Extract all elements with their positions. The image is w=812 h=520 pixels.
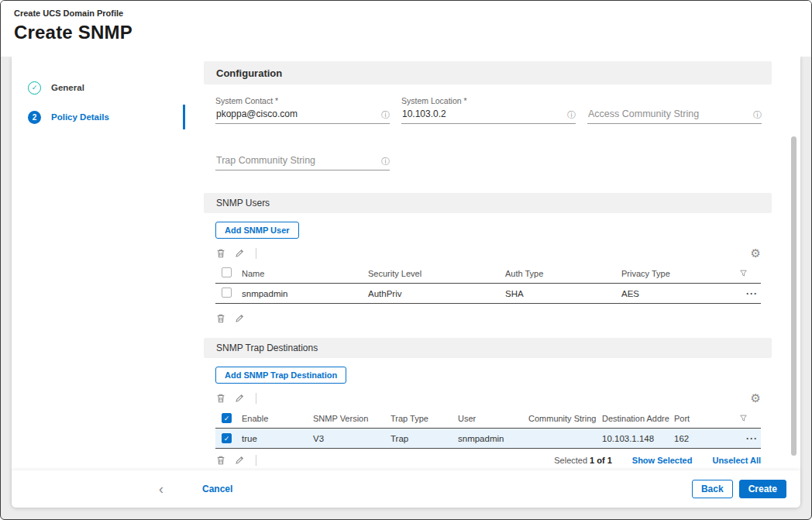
- column-header[interactable]: Port: [674, 414, 729, 423]
- show-selected-link[interactable]: Show Selected: [632, 456, 693, 465]
- info-icon[interactable]: ⓘ: [381, 157, 390, 166]
- access-community-input[interactable]: [587, 106, 762, 124]
- add-snmp-trap-destination-button[interactable]: Add SNMP Trap Destination: [215, 367, 346, 384]
- cell-name: snmpadmin: [242, 289, 368, 298]
- row-actions-icon[interactable]: ···: [746, 433, 758, 444]
- filter-icon[interactable]: [739, 269, 758, 277]
- column-header[interactable]: Privacy Type: [621, 269, 729, 278]
- empty-label: [215, 142, 390, 153]
- check-circle-icon: ✓: [28, 81, 41, 95]
- step-label: General: [51, 83, 84, 92]
- access-community-field: ⓘ: [587, 95, 762, 125]
- traps-table-header: Enable SNMP Version Trap Type User Commu…: [215, 408, 761, 429]
- select-all-checkbox[interactable]: [222, 267, 232, 277]
- cell-trap-type: Trap: [391, 434, 458, 443]
- table-row[interactable]: true V3 Trap snmpadmin 10.103.1.148 162 …: [215, 429, 761, 449]
- column-header[interactable]: User: [458, 414, 528, 423]
- create-snmp-window: Create UCS Domain Profile Create SNMP ✓ …: [0, 0, 812, 520]
- sidebar-step-general[interactable]: ✓ General: [12, 73, 185, 102]
- system-location-field: System Location * ⓘ: [401, 95, 576, 125]
- cell-auth-type: SHA: [505, 289, 621, 298]
- system-contact-field: System Contact * ⓘ: [215, 95, 390, 125]
- trap-community-field: ⓘ: [215, 142, 390, 171]
- system-contact-label: System Contact *: [215, 95, 390, 106]
- wizard-card: ✓ General 2 Policy Details Configuration…: [12, 57, 800, 508]
- column-header[interactable]: Enable: [242, 414, 313, 423]
- column-header[interactable]: Name: [242, 269, 368, 278]
- system-location-label: System Location *: [401, 95, 576, 106]
- snmp-users-table: ⚙ Name Security Level Auth Type Privacy …: [215, 243, 761, 329]
- info-icon[interactable]: ⓘ: [567, 111, 576, 119]
- column-header[interactable]: Security Level: [368, 269, 505, 278]
- column-header[interactable]: Destination Addre: [602, 414, 674, 423]
- selected-prefix: Selected: [554, 456, 587, 465]
- snmp-traps-table: ⚙ Enable SNMP Version Trap Type User Com…: [215, 388, 761, 470]
- row-actions-icon[interactable]: ···: [746, 288, 758, 299]
- delete-icon[interactable]: [215, 393, 234, 404]
- trap-community-input[interactable]: [215, 153, 390, 170]
- step-number-badge: 2: [28, 111, 41, 124]
- users-table-footer-toolbar: [215, 308, 761, 329]
- check-icon: ✓: [32, 84, 38, 91]
- column-header[interactable]: SNMP Version: [313, 414, 391, 423]
- filter-icon[interactable]: [739, 414, 758, 422]
- traps-table-toolbar: ⚙: [215, 388, 761, 408]
- cell-user: snmpadmin: [458, 434, 528, 443]
- toolbar-divider: [256, 248, 256, 259]
- column-header[interactable]: Community String: [528, 414, 602, 423]
- selected-count-label: Selected1 of 1: [554, 456, 612, 465]
- snmp-users-section-header: SNMP Users: [204, 193, 772, 213]
- system-location-input[interactable]: [401, 106, 576, 124]
- page-header: Create UCS Domain Profile Create SNMP: [1, 1, 811, 57]
- page-title: Create SNMP: [14, 22, 811, 43]
- edit-icon[interactable]: [234, 248, 253, 259]
- selected-count: 1 of 1: [590, 456, 612, 465]
- empty-label: [587, 95, 762, 106]
- toolbar-divider: [256, 455, 256, 466]
- sidebar-step-policy-details[interactable]: 2 Policy Details: [12, 102, 185, 132]
- users-table-header: Name Security Level Auth Type Privacy Ty…: [215, 263, 761, 284]
- cell-destination-address: 10.103.1.148: [602, 434, 674, 443]
- wizard-sidebar: ✓ General 2 Policy Details: [12, 57, 185, 470]
- wizard-action-bar: ‹ Cancel Back Create: [12, 470, 800, 508]
- configuration-section-header: Configuration: [204, 61, 772, 84]
- back-button[interactable]: Back: [692, 480, 733, 498]
- system-contact-input[interactable]: [215, 106, 390, 124]
- delete-icon[interactable]: [215, 248, 234, 259]
- cell-security-level: AuthPriv: [368, 289, 505, 298]
- step-label: Policy Details: [51, 112, 109, 122]
- cell-enable: true: [242, 434, 313, 443]
- add-snmp-user-button[interactable]: Add SNMP User: [215, 222, 299, 239]
- breadcrumb: Create UCS Domain Profile: [14, 9, 811, 18]
- edit-icon[interactable]: [234, 393, 253, 404]
- info-icon[interactable]: ⓘ: [753, 111, 762, 119]
- cell-snmp-version: V3: [313, 434, 391, 443]
- table-settings-icon[interactable]: ⚙: [751, 246, 761, 260]
- delete-icon[interactable]: [215, 455, 234, 466]
- select-all-checkbox[interactable]: [222, 413, 232, 423]
- edit-icon[interactable]: [234, 313, 253, 324]
- delete-icon[interactable]: [215, 313, 234, 324]
- toolbar-divider: [256, 393, 256, 404]
- column-header[interactable]: Trap Type: [391, 414, 458, 423]
- info-icon[interactable]: ⓘ: [381, 111, 390, 119]
- row-checkbox[interactable]: [222, 433, 232, 443]
- create-button[interactable]: Create: [739, 480, 786, 498]
- sidebar-collapse-icon[interactable]: ‹: [159, 482, 168, 496]
- cell-port: 162: [674, 434, 729, 443]
- users-table-toolbar: ⚙: [215, 243, 761, 263]
- snmp-traps-section-header: SNMP Trap Destinations: [204, 338, 772, 358]
- cancel-button[interactable]: Cancel: [202, 484, 232, 494]
- traps-table-footer: Selected1 of 1 Show Selected Unselect Al…: [215, 449, 761, 470]
- cell-privacy-type: AES: [621, 289, 729, 298]
- vertical-scrollbar[interactable]: [791, 136, 797, 456]
- unselect-all-link[interactable]: Unselect All: [712, 456, 761, 465]
- row-checkbox[interactable]: [222, 288, 232, 298]
- table-row[interactable]: snmpadmin AuthPriv SHA AES ···: [215, 284, 761, 304]
- edit-icon[interactable]: [234, 455, 253, 466]
- table-settings-icon[interactable]: ⚙: [751, 391, 761, 405]
- column-header[interactable]: Auth Type: [505, 269, 621, 278]
- policy-details-content: Configuration System Contact * ⓘ System …: [185, 57, 800, 470]
